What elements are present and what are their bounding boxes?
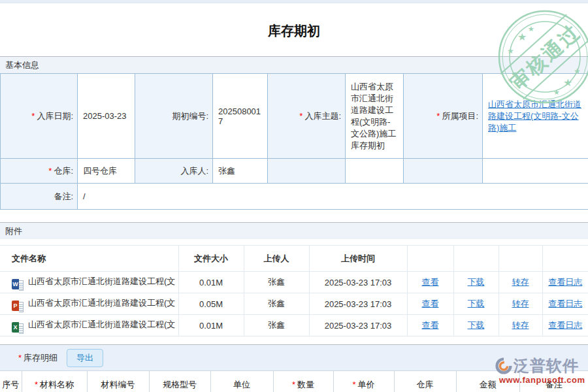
download-link[interactable]: 下载 xyxy=(468,277,485,287)
file-upload-time: 2025-03-23 17:03 xyxy=(309,293,407,315)
details-title: 库存明细 xyxy=(24,352,57,364)
subject-value: 山西省太原市汇通北街道路建设工程(文明路-文公路)施工库存期初 xyxy=(346,74,404,159)
col-amount: 金额 xyxy=(456,371,519,392)
col-spec-model: 规格型号 xyxy=(149,371,210,392)
file-size: 0.01M xyxy=(178,272,244,293)
col-remark: 备注 xyxy=(519,371,588,392)
project-label: *所属项目: xyxy=(404,74,483,159)
attachments-title: 附件 xyxy=(5,226,22,236)
basic-info-title: 基本信息 xyxy=(5,60,39,70)
file-upload-time: 2025-03-23 17:03 xyxy=(309,315,407,336)
file-uploader: 张鑫 xyxy=(244,293,309,315)
attachments-table: 文件名称 文件大小 上传人 上传时间 W山西省太原市汇通北街道路建设工程(文 0… xyxy=(0,245,588,336)
powerpoint-file-icon: P xyxy=(12,301,24,311)
warehouse-value: 四号仓库 xyxy=(78,159,135,184)
file-size: 0.05M xyxy=(178,293,244,315)
col-unit-price: *单价 xyxy=(333,371,394,392)
attachment-row: W山西省太原市汇通北街道路建设工程(文 0.01M 张鑫 2025-03-23 … xyxy=(0,272,588,293)
file-size: 0.01M xyxy=(178,315,244,336)
project-link[interactable]: 山西省太原市汇通北街道路建设工程(文明路-文公路)施工 xyxy=(488,99,581,133)
col-material-name: *材料名称 xyxy=(22,371,87,392)
file-uploader: 张鑫 xyxy=(244,315,309,336)
section-basic-info-header: 基本信息 xyxy=(0,56,588,73)
attachment-row: P山西省太原市汇通北街道路建设工程(文 0.05M 张鑫 2025-03-23 … xyxy=(0,293,588,315)
empty-value-cell xyxy=(483,159,588,184)
empty-label-cell xyxy=(268,159,346,184)
col-file-name: 文件名称 xyxy=(0,246,178,272)
in-date-label: *入库日期: xyxy=(1,74,78,159)
project-value-cell: 山西省太原市汇通北街道路建设工程(文明路-文公路)施工 xyxy=(483,74,588,159)
page-title: 库存期初 xyxy=(0,3,588,56)
empty-value-cell xyxy=(346,159,404,184)
col-unit: 单位 xyxy=(210,371,273,392)
init-no-value: 2025080017 xyxy=(213,74,268,159)
remark-value: / xyxy=(78,184,588,210)
init-no-label: 期初编号: xyxy=(135,74,213,159)
col-upload-time: 上传时间 xyxy=(309,246,407,272)
view-log-link[interactable]: 查看日志 xyxy=(548,277,582,287)
col-action-empty xyxy=(542,246,588,272)
basic-info-table: *入库日期: 2025-03-23 期初编号: 2025080017 *入库主题… xyxy=(0,73,588,210)
download-link[interactable]: 下载 xyxy=(468,299,485,308)
subject-label: *入库主题: xyxy=(268,74,346,159)
remark-label: 备注: xyxy=(1,184,78,210)
col-warehouse: 仓库 xyxy=(394,371,456,392)
operator-value: 张鑫 xyxy=(213,159,268,184)
section-attachments-header: 附件 xyxy=(0,222,588,239)
col-uploader: 上传人 xyxy=(244,246,309,272)
transfer-link[interactable]: 转存 xyxy=(512,320,529,330)
view-link[interactable]: 查看 xyxy=(422,299,439,308)
section-details-header: * 库存明细 导出 xyxy=(0,344,588,370)
transfer-link[interactable]: 转存 xyxy=(512,277,529,287)
empty-label-cell xyxy=(404,159,483,184)
file-upload-time: 2025-03-23 17:03 xyxy=(309,272,407,293)
word-file-icon: W xyxy=(12,279,24,289)
view-log-link[interactable]: 查看日志 xyxy=(548,299,582,308)
warehouse-label: *仓库: xyxy=(1,159,78,184)
file-uploader: 张鑫 xyxy=(244,272,309,293)
col-action-empty xyxy=(498,246,542,272)
details-table: 序号 *材料名称 材料编号 规格型号 单位 *数量 *单价 仓库 金额 备注 xyxy=(0,370,588,392)
file-name-cell: P山西省太原市汇通北街道路建设工程(文 xyxy=(0,293,178,315)
view-log-link[interactable]: 查看日志 xyxy=(548,320,582,330)
col-file-size: 文件大小 xyxy=(178,246,244,272)
col-quantity: *数量 xyxy=(273,371,333,392)
col-seq: 序号 xyxy=(0,371,22,392)
operator-label: 入库人: xyxy=(135,159,213,184)
transfer-link[interactable]: 转存 xyxy=(512,299,529,308)
col-material-no: 材料编号 xyxy=(87,371,149,392)
file-name-cell: X山西省太原市汇通北街道路建设工程(文 xyxy=(0,315,178,336)
export-button[interactable]: 导出 xyxy=(67,349,103,367)
download-link[interactable]: 下载 xyxy=(468,320,485,330)
attachment-row: X山西省太原市汇通北街道路建设工程(文 0.01M 张鑫 2025-03-23 … xyxy=(0,315,588,336)
col-action-empty xyxy=(453,246,498,272)
view-link[interactable]: 查看 xyxy=(422,277,439,287)
view-link[interactable]: 查看 xyxy=(422,320,439,330)
col-action-empty xyxy=(407,246,453,272)
excel-file-icon: X xyxy=(12,322,24,333)
file-name-cell: W山西省太原市汇通北街道路建设工程(文 xyxy=(0,272,178,293)
in-date-value: 2025-03-23 xyxy=(78,74,135,159)
